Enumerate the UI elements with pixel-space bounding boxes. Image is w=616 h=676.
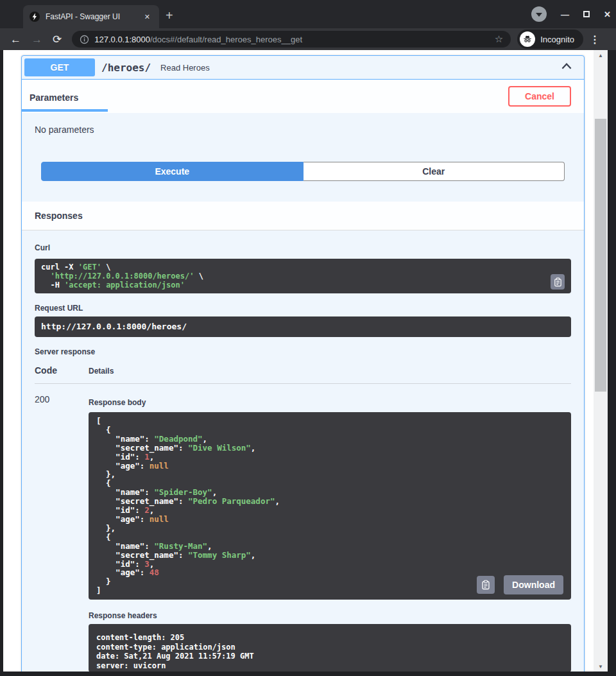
code-column-header: Code <box>35 365 89 376</box>
parameters-body: No parameters Execute Clear <box>22 113 584 202</box>
curl-code: curl -X 'GET' \ 'http://127.0.0.1:8000/h… <box>35 259 571 293</box>
incognito-badge: Incognito <box>517 30 583 49</box>
scroll-down-icon[interactable]: ▼ <box>594 661 608 672</box>
incognito-label: Incognito <box>540 35 574 44</box>
cancel-button[interactable]: Cancel <box>508 86 571 107</box>
tab-parameters[interactable]: Parameters <box>22 82 108 112</box>
operation-summary[interactable]: GET /heroes/ Read Heroes <box>22 56 584 80</box>
clear-button[interactable]: Clear <box>304 162 565 181</box>
responses-inner: Curl curl -X 'GET' \ 'http://127.0.0.1:8… <box>22 230 584 672</box>
response-headers-label: Response headers <box>89 611 571 620</box>
execute-button[interactable]: Execute <box>41 162 304 181</box>
response-headers-code: content-length: 205 content-type: applic… <box>89 624 571 672</box>
bookmark-star-icon[interactable]: ☆ <box>495 33 503 45</box>
site-info-icon[interactable] <box>80 35 89 44</box>
window-close-button[interactable]: ✕ <box>604 10 611 19</box>
operation-path: /heroes/ <box>101 62 151 74</box>
response-body-label: Response body <box>89 398 571 407</box>
tab-title: FastAPI - Swagger UI <box>46 12 142 21</box>
swagger-page: GET /heroes/ Read Heroes Parameters Canc… <box>3 50 594 672</box>
scrollbar-thumb[interactable] <box>595 119 606 392</box>
method-badge: GET <box>24 58 95 76</box>
url-host: 127.0.0.1:8000 <box>94 35 150 44</box>
browser-kebab-menu-icon[interactable]: ⋮ <box>590 33 600 46</box>
server-response-label: Server response <box>35 347 571 356</box>
minimize-button[interactable]: — <box>561 10 569 19</box>
fastapi-favicon-icon <box>30 12 40 22</box>
copy-response-button[interactable] <box>477 576 495 594</box>
forward-button: → <box>31 34 42 45</box>
responses-section-header: Responses <box>22 202 584 230</box>
download-button[interactable]: Download <box>504 575 563 594</box>
request-url-value: http://127.0.0.1:8000/heroes/ <box>35 316 571 337</box>
reload-button[interactable]: ⟳ <box>53 34 62 45</box>
page-scrollbar[interactable]: ▲ ▼ <box>594 50 608 672</box>
status-code: 200 <box>35 394 89 672</box>
request-url-label: Request URL <box>35 304 571 313</box>
scroll-up-icon[interactable]: ▲ <box>594 50 608 60</box>
url-bar[interactable]: 127.0.0.1:8000/docs#/default/read_heroes… <box>72 31 511 48</box>
copy-curl-button[interactable] <box>551 274 565 290</box>
browser-titlebar: FastAPI - Swagger UI ✕ + — ✕ <box>0 0 616 28</box>
operation-description: Read Heroes <box>160 63 560 73</box>
response-body-code: [ { "name": "Deadpond", "secret_name": "… <box>89 412 571 600</box>
responses-title: Responses <box>35 211 571 221</box>
response-table-header: Code Details <box>35 365 571 384</box>
back-button[interactable]: ← <box>10 34 21 45</box>
new-tab-button[interactable]: + <box>166 9 173 22</box>
url-text[interactable]: 127.0.0.1:8000/docs#/default/read_heroes… <box>94 35 495 44</box>
maximize-button[interactable] <box>583 10 590 19</box>
opblock-get-heroes: GET /heroes/ Read Heroes Parameters Canc… <box>21 55 585 672</box>
tab-close-icon[interactable]: ✕ <box>142 12 153 22</box>
incognito-icon <box>520 31 535 47</box>
curl-label: Curl <box>35 243 571 252</box>
parameters-header: Parameters Cancel <box>22 80 584 113</box>
no-parameters-text: No parameters <box>35 125 565 135</box>
url-path: /docs#/default/read_heroes_heroes__get <box>150 35 302 44</box>
details-column-header: Details <box>89 367 114 376</box>
response-row: 200 Response body [ { "name": "Deadpond"… <box>35 384 571 672</box>
collapse-chevron-icon[interactable] <box>560 59 574 76</box>
browser-toolbar: ← → ⟳ 127.0.0.1:8000/docs#/default/read_… <box>0 28 616 50</box>
browser-tab[interactable]: FastAPI - Swagger UI ✕ <box>23 5 159 28</box>
browser-menu-circle-icon[interactable] <box>531 6 547 22</box>
